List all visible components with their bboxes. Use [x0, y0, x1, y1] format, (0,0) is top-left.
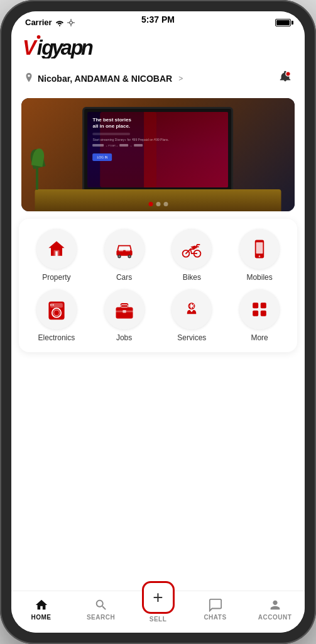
banner-area: The best storiesall in one place. Start … — [21, 98, 295, 211]
cars-label: Cars — [116, 273, 132, 282]
bikes-icon-circle — [172, 229, 212, 269]
electronics-icon — [45, 298, 68, 321]
services-icon — [180, 298, 203, 321]
banner-image: The best storiesall in one place. Start … — [21, 98, 295, 211]
main-scroll[interactable]: V i g y a p n — [11, 30, 305, 591]
nav-search[interactable]: SEARCH — [82, 598, 120, 621]
category-property[interactable]: Property — [24, 229, 89, 282]
chats-nav-icon — [209, 598, 222, 612]
notification-bell — [278, 70, 292, 84]
svg-rect-35 — [121, 305, 128, 308]
more-icon-circle — [239, 289, 280, 330]
account-nav-icon — [268, 598, 282, 612]
mobiles-label: Mobiles — [246, 273, 272, 282]
category-bikes[interactable]: Bikes — [160, 229, 225, 282]
chats-nav-label: CHATS — [204, 614, 226, 621]
nav-home[interactable]: HOME — [23, 598, 60, 621]
svg-rect-17 — [119, 248, 123, 251]
electronics-label: Electronics — [38, 333, 75, 342]
bikes-icon — [180, 238, 203, 260]
svg-point-21 — [118, 255, 120, 257]
nav-account[interactable]: ACCOUNT — [256, 598, 294, 621]
svg-point-14 — [286, 72, 290, 76]
location-pin-icon — [24, 73, 34, 84]
mobiles-icon-circle — [239, 229, 280, 269]
battery-fill — [276, 20, 290, 25]
category-jobs[interactable]: Jobs — [92, 289, 157, 342]
location-row[interactable]: Nicobar, ANDAMAN & NICOBAR > — [21, 65, 295, 92]
category-mobiles[interactable]: Mobiles — [227, 229, 292, 282]
account-nav-label: ACCOUNT — [258, 614, 292, 621]
bell-icon[interactable] — [278, 70, 292, 87]
home-nav-icon — [35, 598, 48, 612]
signal-icon — [67, 19, 75, 26]
svg-point-27 — [259, 255, 261, 257]
sell-plus-icon: + — [153, 589, 163, 606]
nav-sell[interactable]: + SELL — [142, 596, 175, 623]
categories-grid: Property — [24, 229, 292, 342]
category-cars[interactable]: Cars — [92, 229, 157, 282]
app-logo: V i g y a p n — [21, 35, 99, 58]
property-icon-circle — [36, 229, 77, 269]
logo-area: V i g y a p n — [21, 35, 295, 58]
search-nav-label: SEARCH — [87, 614, 115, 621]
cars-icon — [113, 238, 136, 260]
jobs-icon — [113, 298, 136, 321]
svg-text:V: V — [23, 36, 38, 58]
location-chevron: > — [178, 74, 183, 83]
svg-rect-39 — [253, 303, 258, 308]
bikes-label: Bikes — [183, 273, 201, 282]
carrier-label: Carrier — [25, 18, 52, 27]
sell-btn[interactable]: + — [142, 581, 175, 614]
clock: 5:37 PM — [141, 14, 175, 25]
jobs-label: Jobs — [116, 333, 132, 342]
svg-rect-42 — [261, 311, 266, 316]
location-left[interactable]: Nicobar, ANDAMAN & NICOBAR > — [24, 73, 183, 84]
property-icon — [45, 238, 68, 260]
category-services[interactable]: Services — [160, 289, 225, 342]
svg-rect-37 — [123, 310, 126, 313]
services-label: Services — [177, 333, 206, 342]
search-nav-icon — [94, 598, 108, 612]
dot-1 — [148, 202, 153, 206]
svg-rect-41 — [253, 311, 258, 316]
more-icon — [248, 298, 271, 321]
bottom-nav: HOME SEARCH + SELL CHATS — [11, 591, 305, 633]
dot-3 — [163, 202, 168, 206]
app-header: V i g y a p n — [11, 30, 305, 96]
phone-frame: Carrier 5:37 PM — [0, 0, 316, 644]
svg-point-32 — [50, 304, 52, 306]
svg-text:n: n — [81, 36, 94, 58]
more-label: More — [251, 333, 268, 342]
jobs-icon-circle — [104, 289, 144, 330]
svg-rect-15 — [53, 250, 59, 256]
nav-chats[interactable]: CHATS — [197, 598, 234, 621]
svg-point-1 — [69, 21, 72, 24]
banner-dots — [148, 202, 168, 206]
mobiles-icon — [248, 238, 271, 260]
svg-point-0 — [59, 25, 60, 26]
status-bar: Carrier 5:37 PM — [11, 11, 305, 30]
svg-rect-40 — [261, 303, 266, 308]
svg-point-8 — [37, 35, 41, 39]
services-icon-circle — [172, 289, 212, 330]
battery-area — [275, 19, 291, 26]
cars-icon-circle — [104, 229, 144, 269]
svg-rect-29 — [50, 303, 63, 308]
dot-2 — [156, 202, 160, 206]
home-nav-label: HOME — [31, 614, 52, 621]
electronics-icon-circle — [36, 289, 77, 330]
category-electronics[interactable]: Electronics — [24, 289, 89, 342]
svg-point-22 — [128, 255, 130, 257]
category-more[interactable]: More — [227, 289, 292, 342]
svg-point-33 — [52, 304, 54, 306]
wifi-icon — [55, 19, 65, 26]
location-text: Nicobar, ANDAMAN & NICOBAR — [38, 74, 172, 84]
categories-section: Property — [19, 219, 297, 352]
sell-nav-label: SELL — [150, 616, 167, 623]
carrier-text: Carrier — [25, 18, 75, 27]
svg-rect-18 — [125, 248, 129, 251]
property-label: Property — [42, 273, 70, 282]
svg-rect-26 — [256, 242, 263, 253]
phone-screen: Carrier 5:37 PM — [11, 11, 305, 633]
